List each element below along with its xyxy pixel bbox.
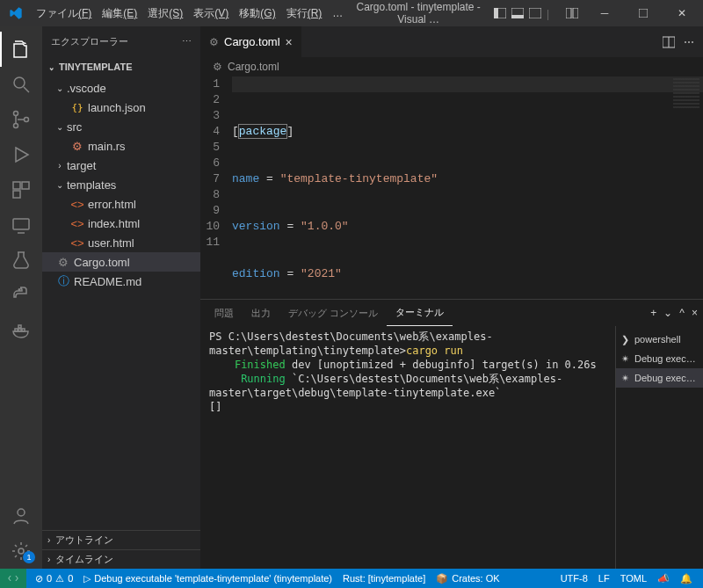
tree-folder-target[interactable]: ›target	[42, 156, 200, 175]
layout-right-icon[interactable]	[529, 8, 541, 18]
html-icon: <>	[70, 217, 84, 230]
svg-rect-14	[13, 191, 20, 198]
svg-point-8	[14, 77, 25, 88]
panel-maximize-icon[interactable]: ^	[679, 307, 685, 319]
menu-more[interactable]: …	[327, 0, 348, 26]
layout-bottom-icon[interactable]	[511, 8, 524, 18]
code-editor[interactable]: 1234567891011 [package] name = "template…	[200, 76, 703, 299]
menu-selection[interactable]: 選択(S)	[142, 0, 188, 26]
menu-go[interactable]: 移動(G)	[234, 0, 280, 26]
status-bell-icon[interactable]: 🔔	[675, 569, 698, 588]
sidebar-outline[interactable]: ›アウトライン	[42, 530, 200, 549]
layout-controls[interactable]: |	[489, 8, 583, 18]
minimap[interactable]	[673, 78, 699, 110]
tree-file-main-rs[interactable]: ⚙main.rs	[42, 136, 200, 156]
terminal-new-icon[interactable]: +	[650, 307, 656, 319]
svg-rect-4	[529, 8, 541, 18]
svg-rect-3	[511, 15, 524, 18]
vscode-logo-icon	[0, 6, 31, 20]
shell-icon: ❯	[621, 334, 629, 345]
status-remote[interactable]	[0, 569, 26, 588]
tree-file-cargo-toml[interactable]: ⚙Cargo.toml	[42, 252, 200, 272]
sidebar-more-icon[interactable]: ⋯	[182, 36, 192, 47]
tab-more-icon[interactable]: ⋯	[684, 36, 694, 48]
menu-run[interactable]: 実行(R)	[281, 0, 328, 26]
package-icon: 📦	[436, 573, 448, 584]
tree-folder-templates[interactable]: ⌄templates	[42, 175, 200, 194]
svg-point-22	[18, 548, 24, 554]
svg-rect-1	[494, 8, 498, 18]
tree-file-readme-md[interactable]: ⓘREADME.md	[42, 272, 200, 291]
tree-folder-src[interactable]: ⌄src	[42, 117, 200, 136]
terminal-tab-debug1[interactable]: ✴Debug exec…	[616, 349, 703, 368]
status-language[interactable]: TOML	[615, 569, 652, 588]
tree-file-launch-json[interactable]: {}launch.json	[42, 98, 200, 117]
svg-rect-5	[566, 8, 571, 18]
status-rust-target[interactable]: Rust: [tinytemplate]	[337, 569, 431, 588]
svg-point-9	[14, 112, 18, 116]
toml-icon: ⚙	[209, 36, 219, 48]
panel-close-icon[interactable]: ×	[692, 307, 698, 319]
menu-file[interactable]: ファイル(F)	[31, 0, 97, 26]
activity-remote[interactable]	[0, 207, 42, 243]
info-icon: ⓘ	[56, 273, 70, 289]
breadcrumbs[interactable]: ⚙ Cargo.toml	[200, 57, 703, 76]
status-feedback-icon[interactable]: 📣	[652, 569, 675, 588]
terminal-dropdown-icon[interactable]: ⌄	[663, 307, 672, 319]
activity-python[interactable]	[0, 278, 42, 313]
menu-view[interactable]: 表示(V)	[188, 0, 234, 26]
panel-tab-problems[interactable]: 問題	[206, 300, 243, 326]
terminal-tab-powershell[interactable]: ❯powershell	[616, 330, 703, 349]
status-crates[interactable]: 📦Crates: OK	[431, 569, 504, 588]
activitybar: 1	[0, 26, 42, 569]
svg-rect-13	[22, 182, 29, 189]
tree-file-user-html[interactable]: <>user.html	[42, 233, 200, 252]
window-maximize[interactable]	[624, 0, 663, 26]
tab-cargo-toml[interactable]: ⚙ Cargo.toml ×	[200, 26, 302, 57]
file-tree: ⌄.vscode {}launch.json ⌄src ⚙main.rs ›ta…	[42, 76, 200, 530]
svg-rect-6	[573, 8, 578, 18]
bug-icon: ✴	[621, 373, 629, 384]
activity-extensions[interactable]	[0, 172, 42, 207]
tree-folder-vscode[interactable]: ⌄.vscode	[42, 78, 200, 98]
window-title: Cargo.toml - tinytemplate - Visual …	[348, 1, 489, 25]
status-debug-target[interactable]: ▷Debug executable 'template-tinytemplate…	[78, 569, 337, 588]
sidebar-root[interactable]: ⌄TINYTEMPLATE	[42, 57, 200, 76]
menu-edit[interactable]: 編集(E)	[97, 0, 142, 26]
close-icon[interactable]: ×	[286, 35, 293, 49]
split-editor-icon[interactable]	[663, 36, 675, 48]
editor-tabs: ⚙ Cargo.toml × ⋯	[200, 26, 703, 57]
svg-point-16	[18, 289, 20, 291]
activity-explorer[interactable]	[0, 32, 42, 67]
activity-docker[interactable]	[0, 313, 42, 348]
terminal[interactable]: PS C:\Users\destest\Documents\web系\examp…	[200, 326, 615, 569]
panel-tab-debug-console[interactable]: デバッグ コンソール	[279, 300, 387, 326]
layout-custom-icon[interactable]	[566, 8, 578, 18]
rust-icon: ⚙	[70, 140, 84, 153]
window-close[interactable]: ✕	[663, 0, 701, 26]
window-minimize[interactable]: ─	[585, 0, 624, 26]
status-encoding[interactable]: UTF-8	[555, 569, 593, 588]
bug-icon: ✴	[621, 353, 629, 365]
tree-file-error-html[interactable]: <>error.html	[42, 194, 200, 214]
sidebar-timeline[interactable]: ›タイムライン	[42, 549, 200, 569]
activity-settings[interactable]: 1	[0, 534, 42, 569]
activity-testing[interactable]	[0, 243, 42, 278]
activity-search[interactable]	[0, 67, 42, 102]
tree-file-index-html[interactable]: <>index.html	[42, 214, 200, 233]
panel-tab-output[interactable]: 出力	[243, 300, 279, 326]
status-problems[interactable]: ⊘0⚠0	[30, 569, 78, 588]
activity-account[interactable]	[0, 498, 42, 534]
svg-rect-20	[18, 325, 21, 328]
svg-rect-12	[13, 182, 20, 189]
status-eol[interactable]: LF	[593, 569, 615, 588]
terminal-tab-debug2[interactable]: ✴Debug exec…	[616, 368, 703, 388]
svg-rect-15	[13, 219, 29, 229]
activity-run-debug[interactable]	[0, 137, 42, 172]
layout-left-icon[interactable]	[494, 8, 506, 18]
svg-rect-7	[639, 9, 648, 18]
panel-tab-terminal[interactable]: ターミナル	[387, 300, 453, 326]
json-icon: {}	[70, 102, 84, 113]
toml-icon: ⚙	[56, 256, 70, 269]
activity-scm[interactable]	[0, 102, 42, 137]
